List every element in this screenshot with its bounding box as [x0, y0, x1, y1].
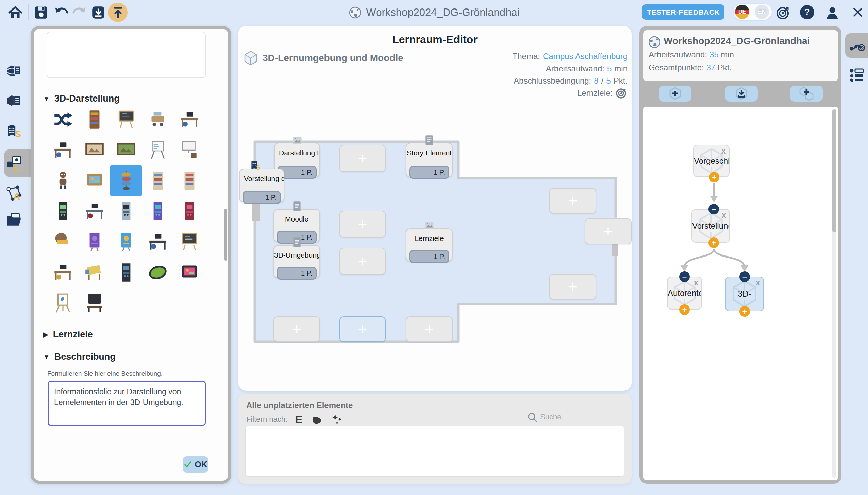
help-icon[interactable]: ?: [800, 5, 814, 19]
sidebar-item-files-folder-icon[interactable]: [5, 211, 22, 228]
asset-thumb-chalkboard[interactable]: [110, 104, 142, 135]
home-icon[interactable]: [7, 5, 23, 20]
add-element-tile[interactable]: +: [340, 145, 386, 172]
add-room-button[interactable]: [659, 86, 691, 102]
asset-thumb-arcade-dark[interactable]: [47, 196, 79, 227]
add-element-tile-highlighted[interactable]: +: [340, 316, 386, 342]
asset-thumb-arcade-purple[interactable]: [142, 196, 174, 227]
lernraum-editor-panel: Lernraum-Editor 3D-Lernumgebung und Mood…: [238, 26, 632, 391]
asset-thumb-tv-bench[interactable]: [79, 288, 110, 318]
collapse-node-button[interactable]: −: [708, 204, 719, 215]
target-icon[interactable]: [775, 5, 790, 20]
asset-thumb-desk-blue-chair[interactable]: [47, 135, 79, 166]
asset-thumb-shelf-tall[interactable]: [142, 166, 174, 196]
sidebar-item-story-book-icon[interactable]: S: [5, 123, 22, 140]
lang-de-button[interactable]: DE: [735, 5, 749, 19]
asset-thumb-arcade-dance[interactable]: [174, 196, 205, 227]
add-child-button[interactable]: +: [739, 306, 750, 317]
search-input[interactable]: [526, 410, 624, 424]
tester-feedback-button[interactable]: TESTER-FEEDBACK: [642, 4, 724, 20]
collapse-node-button[interactable]: −: [679, 271, 690, 282]
tree-scrollbar-thumb[interactable]: [832, 109, 836, 233]
asset-thumb-poster-purple[interactable]: [79, 227, 110, 257]
asset-thumb-bookshelf[interactable]: [79, 104, 110, 135]
unplaced-elements-box[interactable]: [245, 426, 624, 477]
asset-thumb-whiteboard-flipchart[interactable]: [142, 135, 174, 166]
asset-thumb-robot[interactable]: [47, 166, 79, 196]
asset-thumb-noticeboard[interactable]: [79, 166, 110, 196]
canvas-node-vorstellung[interactable]: S Vorstellung der 1 P.: [239, 169, 284, 203]
upload-button[interactable]: [108, 3, 128, 22]
sidebar-item-lernraum-editor-icon[interactable]: L: [5, 155, 22, 172]
learning-path-icon[interactable]: [849, 37, 865, 54]
close-icon[interactable]: [851, 5, 865, 19]
user-icon[interactable]: [825, 5, 840, 20]
decoration-filter-icon[interactable]: [310, 413, 323, 426]
add-element-tile[interactable]: +: [585, 219, 632, 244]
import-room-button[interactable]: [725, 86, 758, 102]
add-branch-button[interactable]: [790, 86, 823, 102]
canvas-node-3d-umgebung[interactable]: 3D-Umgebung 1 P.: [274, 245, 320, 278]
asset-thumb-book-carousel[interactable]: [110, 166, 142, 196]
asset-thumb-mascot-sign[interactable]: [47, 227, 79, 257]
description-input[interactable]: Informationsfolie zur Darstellung von Le…: [48, 381, 206, 426]
asset-thumb-drafting-table[interactable]: [79, 257, 110, 288]
asset-thumb-pc-desk-blue[interactable]: [174, 104, 205, 135]
section-beschreibung[interactable]: ▼ Beschreibung: [43, 352, 116, 362]
asset-thumb-shuffle[interactable]: [47, 104, 79, 135]
asset-thumb-machine-cart[interactable]: [142, 104, 174, 135]
tree-node-vorstellung[interactable]: x Vorstellung: [691, 209, 730, 243]
image-badge-icon: [424, 220, 435, 231]
undo-icon[interactable]: [54, 5, 69, 20]
add-element-tile[interactable]: +: [340, 211, 386, 238]
sidebar-item-elements-box-icon[interactable]: [5, 92, 22, 109]
asset-thumb-desk-dark[interactable]: [142, 227, 174, 257]
asset-thumb-arcade-retro[interactable]: [110, 196, 142, 227]
add-element-tile[interactable]: +: [340, 248, 386, 275]
ok-button[interactable]: OK: [183, 456, 209, 473]
delete-node-button[interactable]: x: [694, 278, 698, 287]
unplaced-elements-panel: Alle unplatzierten Elemente Filtern nach…: [238, 394, 632, 484]
letter-e-filter-icon[interactable]: E: [295, 413, 303, 425]
add-child-button[interactable]: +: [679, 304, 690, 315]
svg-text:L: L: [14, 162, 20, 172]
add-element-tile[interactable]: +: [274, 316, 320, 342]
element-list-icon[interactable]: [849, 67, 865, 83]
filter-label: Filtern nach:: [246, 415, 288, 424]
asset-thumb-cabinet[interactable]: [174, 166, 205, 196]
add-element-tile[interactable]: +: [549, 274, 596, 300]
asset-thumb-poster-colorful[interactable]: [110, 227, 142, 257]
delete-node-button[interactable]: x: [721, 146, 726, 156]
canvas-node-lernziele[interactable]: Lernziele 1 P.: [406, 228, 453, 261]
panel-scrollbar[interactable]: [224, 209, 227, 260]
asset-thumb-chalkboard-chart[interactable]: [174, 227, 205, 257]
asset-thumb-poster-frame[interactable]: [79, 135, 110, 166]
sidebar-item-analysis-graph-icon[interactable]: A: [5, 185, 22, 202]
asset-thumb-mirror-oval[interactable]: [142, 257, 174, 288]
asset-thumb-tablet-colorful[interactable]: [174, 257, 205, 288]
section-3d-darstellung[interactable]: ▼ 3D-Darstellung: [43, 93, 120, 104]
asset-thumb-projector-screen[interactable]: [174, 135, 205, 166]
asset-thumb-kiosk-dark[interactable]: [110, 257, 142, 288]
caret-down-icon: ▼: [43, 353, 50, 361]
delete-node-button[interactable]: x: [722, 210, 726, 220]
effects-filter-icon[interactable]: [331, 413, 344, 426]
sidebar-item-rooms-globe-icon[interactable]: [5, 62, 22, 79]
add-element-tile[interactable]: +: [406, 316, 453, 342]
asset-thumb-office-desk[interactable]: [79, 196, 110, 227]
canvas-node-story-element[interactable]: Story Element 1 P.: [406, 143, 453, 177]
asset-thumb-easel[interactable]: [47, 288, 79, 318]
save-icon[interactable]: [33, 5, 49, 20]
asset-thumb-landscape-painting[interactable]: [110, 135, 142, 166]
lang-en-button[interactable]: EN: [755, 5, 769, 19]
section-lernziele[interactable]: ▶ Lernziele: [43, 329, 93, 340]
collapse-node-button[interactable]: −: [739, 271, 750, 282]
add-element-tile[interactable]: +: [549, 188, 596, 214]
top-bar: Workshop2024_DG-Grönlandhai TESTER-FEEDB…: [0, 0, 868, 25]
delete-node-button[interactable]: x: [756, 278, 760, 287]
redo-icon[interactable]: [71, 5, 87, 20]
add-child-button[interactable]: +: [708, 238, 719, 248]
add-child-button[interactable]: +: [709, 172, 719, 183]
asset-thumb-desk-yellow-chair[interactable]: [47, 257, 79, 288]
save-local-icon[interactable]: [91, 5, 106, 20]
